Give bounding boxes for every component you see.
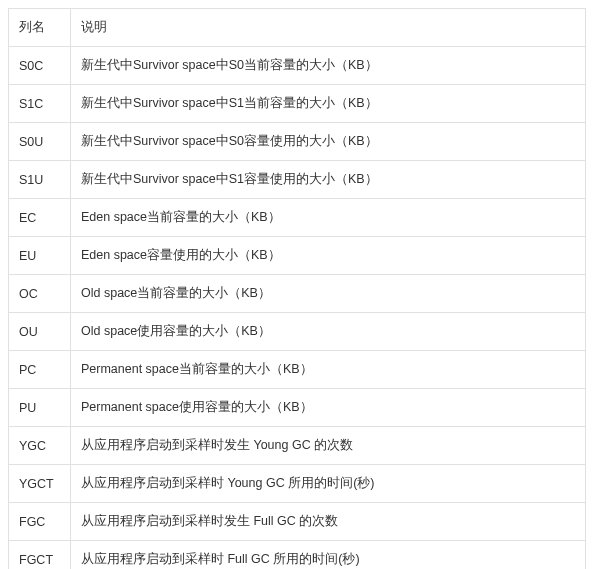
table-row: S0C新生代中Survivor space中S0当前容量的大小（KB） [9, 47, 586, 85]
cell-col-desc: 从应用程序启动到采样时发生 Full GC 的次数 [71, 503, 586, 541]
cell-col-desc: 从应用程序启动到采样时 Full GC 所用的时间(秒) [71, 541, 586, 570]
table-row: FGCT从应用程序启动到采样时 Full GC 所用的时间(秒) [9, 541, 586, 570]
header-col-desc: 说明 [71, 9, 586, 47]
cell-col-name: FGCT [9, 541, 71, 570]
cell-col-desc: Eden space当前容量的大小（KB） [71, 199, 586, 237]
cell-col-name: YGCT [9, 465, 71, 503]
cell-col-name: EC [9, 199, 71, 237]
table-row: YGCT从应用程序启动到采样时 Young GC 所用的时间(秒) [9, 465, 586, 503]
cell-col-desc: 从应用程序启动到采样时发生 Young GC 的次数 [71, 427, 586, 465]
cell-col-desc: Permanent space使用容量的大小（KB） [71, 389, 586, 427]
cell-col-name: S0C [9, 47, 71, 85]
table-row: OCOld space当前容量的大小（KB） [9, 275, 586, 313]
table-row: PUPermanent space使用容量的大小（KB） [9, 389, 586, 427]
gc-columns-table: 列名 说明 S0C新生代中Survivor space中S0当前容量的大小（KB… [8, 8, 586, 569]
cell-col-desc: Old space使用容量的大小（KB） [71, 313, 586, 351]
cell-col-name: EU [9, 237, 71, 275]
table-row: EUEden space容量使用的大小（KB） [9, 237, 586, 275]
cell-col-name: S1U [9, 161, 71, 199]
cell-col-desc: Eden space容量使用的大小（KB） [71, 237, 586, 275]
table-row: S0U新生代中Survivor space中S0容量使用的大小（KB） [9, 123, 586, 161]
cell-col-desc: 新生代中Survivor space中S1容量使用的大小（KB） [71, 161, 586, 199]
cell-col-desc: Permanent space当前容量的大小（KB） [71, 351, 586, 389]
cell-col-desc: 新生代中Survivor space中S1当前容量的大小（KB） [71, 85, 586, 123]
cell-col-desc: Old space当前容量的大小（KB） [71, 275, 586, 313]
cell-col-name: FGC [9, 503, 71, 541]
header-col-name: 列名 [9, 9, 71, 47]
cell-col-name: S0U [9, 123, 71, 161]
cell-col-name: PU [9, 389, 71, 427]
cell-col-name: OU [9, 313, 71, 351]
table-row: ECEden space当前容量的大小（KB） [9, 199, 586, 237]
cell-col-name: PC [9, 351, 71, 389]
table-row: YGC从应用程序启动到采样时发生 Young GC 的次数 [9, 427, 586, 465]
table-row: S1U新生代中Survivor space中S1容量使用的大小（KB） [9, 161, 586, 199]
table-header-row: 列名 说明 [9, 9, 586, 47]
table-row: PCPermanent space当前容量的大小（KB） [9, 351, 586, 389]
cell-col-name: YGC [9, 427, 71, 465]
table-row: OUOld space使用容量的大小（KB） [9, 313, 586, 351]
cell-col-name: OC [9, 275, 71, 313]
table-row: S1C新生代中Survivor space中S1当前容量的大小（KB） [9, 85, 586, 123]
cell-col-name: S1C [9, 85, 71, 123]
cell-col-desc: 新生代中Survivor space中S0容量使用的大小（KB） [71, 123, 586, 161]
cell-col-desc: 从应用程序启动到采样时 Young GC 所用的时间(秒) [71, 465, 586, 503]
cell-col-desc: 新生代中Survivor space中S0当前容量的大小（KB） [71, 47, 586, 85]
table-row: FGC从应用程序启动到采样时发生 Full GC 的次数 [9, 503, 586, 541]
